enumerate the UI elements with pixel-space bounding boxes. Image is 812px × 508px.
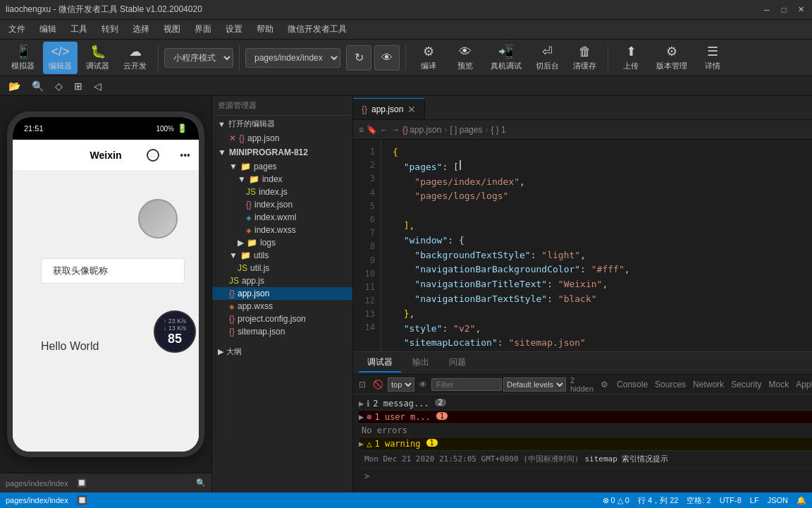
phone-path-icon[interactable]: 🔲 bbox=[77, 478, 87, 488]
eye-console-btn[interactable]: 👁 bbox=[416, 380, 430, 389]
menu-wechat-dev[interactable]: 微信开发者工具 bbox=[285, 22, 350, 37]
file-app-json[interactable]: {} app.json bbox=[212, 287, 352, 300]
toolbar-upload-btn[interactable]: ⬆ 上传 bbox=[614, 41, 648, 74]
breadcrumb-file[interactable]: {} app.json bbox=[402, 125, 441, 135]
devtools-tab-debugger[interactable]: 调试器 bbox=[359, 353, 401, 373]
code-line-8: "backgroundTextStyle": "light", bbox=[393, 248, 812, 263]
outline-toggle[interactable]: ▶ 大纲 bbox=[212, 344, 352, 360]
devtools-tab-issues[interactable]: 问题 bbox=[441, 353, 474, 373]
sources-tab[interactable]: Sources bbox=[652, 380, 689, 389]
filter-input[interactable] bbox=[431, 378, 502, 391]
devtools-tab-output[interactable]: 输出 bbox=[404, 353, 438, 373]
file-util-js[interactable]: JS util.js bbox=[212, 262, 352, 274]
menu-file[interactable]: 文件 bbox=[6, 22, 28, 37]
opened-file-appjson[interactable]: ✕ {} app.json bbox=[212, 132, 352, 145]
toolbar-cache-btn[interactable]: 🗑 清缓存 bbox=[567, 42, 602, 74]
opened-editors-section[interactable]: ▼ 打开的编辑器 bbox=[212, 116, 352, 132]
console-tab-icon[interactable]: ⊡ bbox=[356, 380, 369, 389]
mode-select[interactable]: 小程序模式 bbox=[164, 48, 233, 68]
menu-edit[interactable]: 编辑 bbox=[37, 22, 59, 37]
levels-select[interactable]: Default levels bbox=[503, 377, 566, 392]
folder-pages[interactable]: ▼ 📁 pages bbox=[212, 160, 352, 173]
appdata-tab[interactable]: AppData bbox=[793, 380, 812, 389]
status-line[interactable]: 行 4，列 22 bbox=[638, 495, 678, 506]
breadcrumb-pages[interactable]: [ ] pages bbox=[450, 125, 482, 135]
phone-nav-dots[interactable]: ••• bbox=[180, 150, 190, 161]
git-btn[interactable]: ◇ bbox=[52, 79, 66, 93]
status-language[interactable]: JSON bbox=[768, 496, 788, 504]
close-button[interactable]: ✕ bbox=[795, 4, 806, 16]
phone-scale-icon[interactable]: 🔍 bbox=[196, 478, 206, 488]
phone-get-avatar-btn[interactable]: 获取头像昵称 bbox=[41, 258, 185, 284]
menu-view[interactable]: 视图 bbox=[161, 22, 183, 37]
settings-icon[interactable]: ⚙ bbox=[598, 380, 611, 389]
toolbar-cloud-btn[interactable]: ☁ 云开发 bbox=[118, 41, 152, 74]
file-app-js[interactable]: JS app.js bbox=[212, 274, 352, 287]
minimize-button[interactable]: ─ bbox=[761, 4, 773, 16]
status-path[interactable]: pages/index/index bbox=[6, 496, 68, 504]
split-btn[interactable]: ◁ bbox=[91, 79, 104, 93]
tab-app-json[interactable]: {} app.json ✕ bbox=[353, 98, 425, 119]
folder-index[interactable]: ▼ 📁 index bbox=[212, 173, 352, 186]
network-tab[interactable]: Network bbox=[690, 380, 727, 389]
toolbar-compile-btn[interactable]: ⚙ 编译 bbox=[412, 41, 445, 74]
code-editor[interactable]: { "pages": [ "pages/index/index", "pages… bbox=[381, 140, 812, 351]
menu-goto[interactable]: 转到 bbox=[99, 22, 121, 37]
phone-nav-circle[interactable]: ⊙ bbox=[147, 149, 159, 162]
menu-interface[interactable]: 界面 bbox=[192, 22, 214, 37]
eye-btn[interactable]: 👁 bbox=[374, 45, 400, 71]
search-toolbar-btn[interactable]: 🔍 bbox=[29, 79, 47, 93]
breadcrumb-index[interactable]: { } 1 bbox=[491, 125, 505, 135]
status-copy-icon[interactable]: 🔲 bbox=[77, 495, 87, 505]
toolbar-editor-btn[interactable]: </> 编辑器 bbox=[43, 42, 78, 74]
tab-close-btn[interactable]: ✕ bbox=[407, 104, 416, 115]
file-index-wxml[interactable]: ◈ index.wxml bbox=[212, 211, 352, 224]
toolbar-real-btn[interactable]: 📲 真机调试 bbox=[485, 41, 527, 74]
debug-toolbar-btn[interactable]: ⊞ bbox=[71, 79, 85, 93]
explorer-toggle-btn[interactable]: 📂 bbox=[6, 79, 23, 93]
menu-settings[interactable]: 设置 bbox=[223, 22, 245, 37]
row-expand-icon-2[interactable]: ▶ bbox=[359, 412, 364, 422]
toolbar-details-btn[interactable]: ☰ 详情 bbox=[696, 41, 730, 74]
close-file-icon[interactable]: ✕ bbox=[229, 133, 236, 143]
bookmark-btn[interactable]: 🔖 bbox=[367, 125, 377, 135]
file-sitemap[interactable]: {} sitemap.json bbox=[212, 325, 352, 338]
context-select[interactable]: top bbox=[388, 377, 414, 392]
mock-tab[interactable]: Mock bbox=[765, 380, 792, 389]
folder-utils[interactable]: ▼ 📁 utils bbox=[212, 249, 352, 262]
file-index-json[interactable]: {} index.json bbox=[212, 198, 352, 211]
console-tab-more[interactable]: Console bbox=[614, 380, 651, 389]
toolbar-back-btn[interactable]: ⏎ 切后台 bbox=[530, 41, 565, 74]
project-section[interactable]: ▼ MINIPROGRAM-812 bbox=[212, 145, 352, 160]
security-tab[interactable]: Security bbox=[728, 380, 764, 389]
path-select[interactable]: pages/index/index bbox=[245, 48, 340, 68]
nav-forward-btn[interactable]: → bbox=[391, 125, 400, 135]
status-line-ending[interactable]: LF bbox=[750, 496, 759, 504]
status-spaces[interactable]: 空格: 2 bbox=[687, 495, 710, 506]
file-app-wxss[interactable]: ◈ app.wxss bbox=[212, 300, 352, 313]
console-input[interactable] bbox=[372, 471, 812, 481]
status-encoding[interactable]: UTF-8 bbox=[720, 496, 742, 504]
refresh-btn[interactable]: ↻ bbox=[346, 45, 371, 71]
toggle-view-btn[interactable]: ≡ bbox=[359, 125, 364, 135]
toolbar-debug-btn[interactable]: 🐛 调试器 bbox=[80, 41, 115, 74]
warn-expand-icon[interactable]: ▶ bbox=[359, 439, 364, 449]
toolbar-preview-btn[interactable]: 👁 预览 bbox=[448, 42, 482, 74]
menu-select[interactable]: 选择 bbox=[130, 22, 152, 37]
file-index-js[interactable]: JS index.js bbox=[212, 186, 352, 198]
maximize-button[interactable]: □ bbox=[778, 4, 789, 16]
toolbar-simulator-btn[interactable]: 📱 模拟器 bbox=[6, 41, 40, 74]
menu-tools[interactable]: 工具 bbox=[68, 22, 90, 37]
file-project-config[interactable]: {} project.config.json bbox=[212, 313, 352, 325]
bell-icon[interactable]: 🔔 bbox=[796, 496, 806, 505]
row-expand-icon[interactable]: ▶ bbox=[359, 399, 364, 409]
console-row-warning: ▶ △ 1 warning 1 bbox=[359, 437, 812, 451]
file-index-wxss[interactable]: ◈ index.wxss bbox=[212, 224, 352, 236]
phone-nav-bar: Weixin ••• ⊙ bbox=[13, 140, 199, 171]
toolbar-version-btn[interactable]: ⚙ 版本管理 bbox=[651, 41, 693, 74]
folder-logs[interactable]: ▶ 📁 logs bbox=[212, 236, 352, 249]
nav-back-btn[interactable]: ← bbox=[380, 125, 388, 135]
console-clear-btn[interactable]: 🚫 bbox=[370, 380, 386, 389]
status-errors[interactable]: ⊗ 0 △ 0 bbox=[603, 496, 629, 505]
menu-help[interactable]: 帮助 bbox=[254, 22, 276, 37]
